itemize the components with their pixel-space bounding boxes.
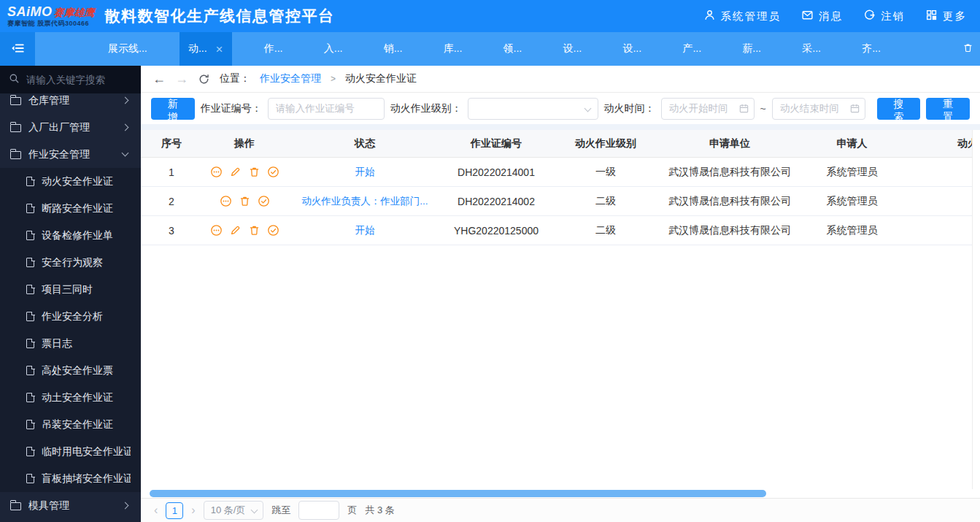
sidebar: 仓库管理 入厂出厂管理 作业安全管理 — [0, 66, 141, 522]
tab[interactable]: 采... × — [793, 32, 830, 66]
tab[interactable]: 产... × — [674, 32, 710, 66]
page-size-select[interactable]: 10 条/页 — [204, 501, 264, 520]
pagination-bar: ‹ 1 › 10 条/页 跳至 页 共 3 条 — [141, 498, 980, 522]
check-icon[interactable] — [267, 224, 279, 237]
add-button[interactable]: 新增 — [151, 98, 195, 120]
sidebar-item[interactable]: 项目三同时 — [0, 276, 141, 303]
check-icon[interactable] — [267, 166, 279, 178]
refresh-icon[interactable] — [198, 73, 210, 85]
column-header: 申请人 — [806, 130, 898, 157]
tab[interactable]: 销... × — [375, 32, 412, 66]
cert-no-input[interactable] — [268, 98, 385, 120]
delete-icon[interactable] — [248, 224, 261, 237]
cell-level: 二级 — [558, 216, 653, 245]
column-header: 作业证编号 — [434, 130, 558, 157]
cell-index: 2 — [150, 187, 193, 215]
prev-page-icon[interactable]: ‹ — [154, 504, 158, 516]
sidebar-item-label: 高处安全作业票 — [42, 364, 131, 377]
tab[interactable]: 齐... × — [853, 32, 890, 66]
tab[interactable]: 展示线... × — [99, 32, 156, 66]
tab[interactable]: 领... × — [495, 32, 531, 66]
comment-icon[interactable] — [210, 166, 223, 178]
envelope-icon — [801, 9, 814, 23]
tab[interactable]: 设... × — [555, 32, 591, 66]
sidebar-collapse-button[interactable] — [0, 32, 35, 66]
folder-icon — [10, 151, 21, 159]
sidebar-item[interactable]: 设备检修作业单 — [0, 222, 141, 249]
close-all-tabs-button[interactable] — [955, 32, 980, 66]
cell-org: 武汉博晟信息科技有限公司 — [653, 158, 806, 186]
logout-icon — [863, 9, 876, 23]
cell-cert-no: YHG20220125000 — [434, 216, 558, 245]
tab[interactable]: 设... × — [614, 32, 650, 66]
logout-label: 注销 — [881, 9, 905, 23]
table-body: 1 开始 DH20220214001 一级 武汉博晟信息科技有限公司 系统管理员… — [141, 158, 980, 245]
logout-button[interactable]: 注销 — [863, 9, 905, 23]
sidebar-item[interactable]: 入厂出厂管理 — [0, 114, 141, 141]
edit-icon[interactable] — [229, 166, 242, 178]
sidebar-item[interactable]: 作业安全分析 — [0, 303, 141, 330]
level-select[interactable] — [468, 98, 598, 120]
search-input[interactable] — [26, 74, 132, 85]
file-icon — [26, 447, 34, 456]
reset-button[interactable]: 重置 — [926, 98, 970, 120]
check-icon[interactable] — [258, 195, 270, 207]
trash-icon — [962, 42, 973, 55]
close-icon[interactable]: × — [216, 43, 223, 55]
breadcrumb-parent-link[interactable]: 作业安全管理 — [260, 72, 321, 85]
user-menu[interactable]: 系统管理员 — [703, 9, 782, 23]
status-link[interactable]: 动火作业负责人：作业部门... — [301, 195, 428, 208]
table-row: 3 开始 YHG20220125000 二级 武汉博晟信息科技有限公司 系统管理… — [141, 216, 980, 245]
breadcrumb: ← → 位置： 作业安全管理 > 动火安全作业证 — [141, 66, 980, 93]
forward-icon[interactable]: → — [175, 72, 188, 85]
cell-org: 武汉博晟信息科技有限公司 — [653, 216, 806, 245]
back-icon[interactable]: ← — [153, 72, 166, 85]
chevron-down-icon — [251, 507, 258, 514]
sidebar-item-label: 入厂出厂管理 — [28, 121, 115, 134]
tab[interactable]: 动... × — [180, 32, 232, 66]
sidebar-item[interactable]: 作业安全管理 — [0, 141, 141, 168]
page-number-button[interactable]: 1 — [166, 502, 183, 519]
status-link[interactable]: 开始 — [355, 166, 375, 179]
column-header: 申请单位 — [653, 130, 806, 157]
sidebar-item[interactable]: 动土安全作业证 — [0, 384, 141, 411]
comment-icon[interactable] — [210, 224, 223, 237]
sidebar-item[interactable]: 盲板抽堵安全作业证 — [0, 465, 141, 492]
sidebar-item[interactable]: 票日志 — [0, 330, 141, 357]
tab-label: 展示线... — [108, 42, 147, 55]
sidebar-item[interactable]: 吊装安全作业证 — [0, 411, 141, 438]
tab-label: 入... — [324, 42, 343, 55]
horizontal-scrollbar-thumb[interactable] — [150, 490, 766, 497]
tab[interactable]: 作... × — [255, 32, 292, 66]
tab-label: 产... — [682, 42, 701, 55]
sidebar-item-label: 盲板抽堵安全作业证 — [42, 472, 131, 485]
tab[interactable]: 入... × — [315, 32, 352, 66]
sidebar-item[interactable]: 高处安全作业票 — [0, 357, 141, 384]
delete-icon[interactable] — [239, 195, 251, 207]
sidebar-item[interactable]: 动火安全作业证 — [0, 168, 141, 195]
sidebar-item[interactable]: 临时用电安全作业证 — [0, 438, 141, 465]
delete-icon[interactable] — [248, 166, 261, 178]
vertical-scrollbar[interactable] — [972, 130, 980, 489]
next-page-icon[interactable]: › — [191, 504, 195, 516]
sidebar-item[interactable]: 模具管理 — [0, 492, 141, 519]
tab-label: 设... — [563, 42, 582, 55]
end-date-field — [772, 98, 865, 120]
file-icon — [26, 420, 34, 429]
messages-button[interactable]: 消息 — [801, 9, 843, 23]
sidebar-item-label: 动火安全作业证 — [42, 175, 131, 188]
tab[interactable]: 薪... × — [733, 32, 770, 66]
status-link[interactable]: 开始 — [355, 224, 375, 237]
tab[interactable]: 库... × — [435, 32, 471, 66]
jump-page-input[interactable] — [298, 501, 339, 520]
comment-icon[interactable] — [220, 195, 232, 207]
search-button[interactable]: 搜索 — [877, 98, 921, 120]
sidebar-item[interactable]: 断路安全作业证 — [0, 195, 141, 222]
brand-subtitle: 赛摩智能 股票代码300466 — [7, 20, 95, 27]
more-menu[interactable]: 更多 — [925, 9, 967, 23]
data-table: 序号操作状态作业证编号动火作业级别申请单位申请人动火内容 1 开始 DH2022… — [141, 130, 980, 489]
main-area: 仓库管理 入厂出厂管理 作业安全管理 — [0, 66, 980, 522]
sidebar-item[interactable]: 安全行为观察 — [0, 249, 141, 276]
edit-icon[interactable] — [229, 224, 242, 237]
messages-label: 消息 — [819, 9, 843, 23]
